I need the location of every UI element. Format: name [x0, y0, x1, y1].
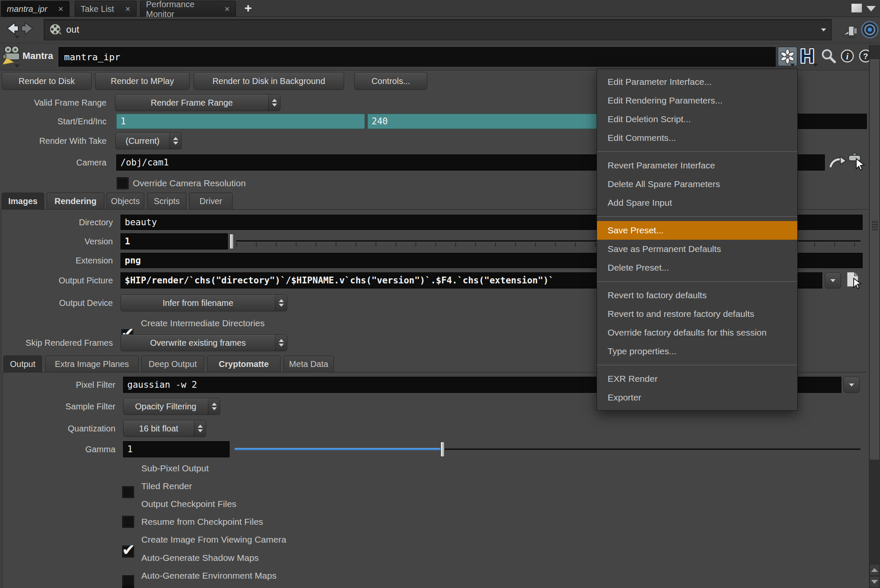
create-image-from-viewing-camera-label: Create Image From Viewing Camera — [141, 534, 286, 546]
menu-item-save-as-permanent-defaults[interactable]: Save as Permanent Defaults — [597, 240, 797, 258]
menu-item-exr-render[interactable]: EXR Render — [597, 370, 797, 388]
menu-separator — [597, 216, 797, 217]
tab-rendering[interactable]: Rendering — [47, 193, 104, 210]
gear-menu-caret-icon — [790, 64, 795, 67]
pixel-filter-menu-button[interactable] — [844, 377, 860, 393]
output-checkpoint-files-checkbox[interactable] — [122, 546, 134, 557]
scroll-up-button[interactable] — [869, 564, 880, 576]
info-icon[interactable]: i — [840, 49, 855, 63]
close-icon[interactable]: ✕ — [125, 5, 131, 13]
scroll-down-button[interactable] — [869, 576, 880, 588]
mantra-node-icon[interactable] — [3, 45, 21, 67]
tab-scripts[interactable]: Scripts — [147, 193, 186, 210]
pin-icon[interactable] — [841, 20, 860, 41]
tab-meta-data[interactable]: Meta Data — [283, 356, 334, 372]
file-chooser-icon[interactable] — [844, 271, 863, 289]
menu-separator — [597, 281, 797, 282]
node-header: Mantra mantra_ipr H i ? — [0, 43, 880, 70]
tab-objects[interactable]: Objects — [106, 193, 144, 210]
menu-item-exporter[interactable]: Exporter — [597, 388, 797, 407]
output-picture-label: Output Picture — [0, 272, 113, 288]
new-tab-button[interactable]: + — [244, 0, 252, 16]
menu-item-revert-parameter-interface[interactable]: Revert Parameter Interface — [597, 156, 797, 175]
spinner-arrows-icon[interactable] — [268, 95, 280, 111]
path-field[interactable]: out — [44, 19, 832, 40]
tab-deep-output[interactable]: Deep Output — [141, 356, 204, 372]
window-tab-label: Take List — [81, 4, 114, 14]
close-icon[interactable]: ✕ — [58, 5, 64, 13]
path-dropdown-arrow-icon[interactable] — [821, 28, 826, 31]
quantization-value: 16 bit float — [139, 424, 178, 434]
menu-item-edit-parameter-interface[interactable]: Edit Parameter Interface... — [597, 73, 797, 91]
tab-cryptomatte[interactable]: Cryptomatte — [207, 356, 280, 372]
partial-checkbox[interactable] — [122, 586, 134, 588]
close-icon[interactable]: ✕ — [224, 5, 230, 13]
resume-from-checkpoint-files-checkbox[interactable] — [122, 575, 134, 587]
gamma-field[interactable]: 1 — [123, 441, 230, 457]
back-arrow-icon[interactable] — [3, 20, 20, 36]
menu-item-edit-rendering-parameters[interactable]: Edit Rendering Parameters... — [597, 91, 797, 110]
spinner-arrows-icon[interactable] — [275, 295, 287, 311]
spinner-arrows-icon[interactable] — [169, 133, 181, 149]
menu-item-delete-preset[interactable]: Delete Preset... — [597, 258, 797, 277]
houdini-help-logo[interactable]: H — [800, 46, 814, 66]
sample-filter-dropdown[interactable]: Opacity Filtering — [123, 398, 220, 415]
search-icon[interactable] — [821, 48, 837, 64]
tab-output[interactable]: Output — [3, 356, 42, 372]
menu-separator — [597, 365, 797, 365]
gamma-slider-filled-track[interactable] — [235, 448, 440, 450]
spinner-arrows-icon[interactable] — [208, 398, 220, 414]
valid-frame-range-dropdown[interactable]: Render Frame Range — [115, 94, 280, 111]
window-tab-mantra-ipr[interactable]: mantra_ipr ✕ — [1, 1, 70, 17]
menu-item-edit-deletion-script[interactable]: Edit Deletion Script... — [597, 110, 797, 129]
quantization-dropdown[interactable]: 16 bit float — [123, 420, 206, 437]
forward-arrow-icon[interactable] — [20, 20, 36, 36]
history-arrow-icon[interactable] — [14, 36, 20, 39]
menu-item-revert-to-factory-defaults[interactable]: Revert to factory defaults — [597, 286, 797, 305]
jump-to-operator-icon[interactable] — [828, 154, 846, 171]
render-to-mplay-button[interactable]: Render to MPlay — [95, 72, 190, 90]
frame-start-field[interactable]: 1 — [116, 114, 365, 129]
output-picture-menu-button[interactable] — [825, 272, 841, 288]
tab-driver[interactable]: Driver — [189, 193, 233, 210]
output-device-dropdown[interactable]: Infer from filename — [121, 294, 287, 311]
maximize-pane-icon[interactable] — [851, 3, 862, 13]
gamma-slider-track[interactable] — [445, 448, 860, 450]
menu-item-type-properties[interactable]: Type properties... — [597, 342, 797, 361]
sub-pixel-output-checkbox[interactable] — [122, 486, 134, 498]
node-name-field[interactable]: mantra_ipr — [59, 47, 776, 67]
gear-context-menu: Edit Parameter Interface... Edit Renderi… — [597, 69, 798, 411]
render-to-disk-in-background-button[interactable]: Render to Disk in Background — [193, 72, 344, 90]
menu-item-revert-to-and-restore-factory-defaults[interactable]: Revert to and restore factory defaults — [597, 305, 797, 323]
svg-text:i: i — [846, 51, 849, 62]
menu-item-save-preset[interactable]: Save Preset... — [597, 221, 797, 240]
valid-frame-range-label: Valid Frame Range — [0, 94, 106, 111]
menu-item-delete-all-spare-parameters[interactable]: Delete All Spare Parameters — [597, 175, 797, 193]
render-to-disk-button[interactable]: Render to Disk — [2, 72, 92, 90]
render-with-take-dropdown[interactable]: (Current) — [115, 132, 182, 149]
spinner-arrows-icon[interactable] — [275, 335, 287, 351]
spinner-arrows-icon[interactable] — [194, 420, 206, 437]
skip-rendered-frames-dropdown[interactable]: Overwrite existing frames — [121, 334, 287, 351]
vertical-scrollbar[interactable] — [869, 45, 880, 588]
frame-end-field[interactable]: 240 — [367, 114, 616, 129]
version-slider-handle[interactable] — [230, 234, 234, 249]
gamma-slider-handle[interactable] — [440, 442, 445, 457]
scrollbar-thumb[interactable] — [869, 59, 880, 460]
output-device-value: Infer from filename — [163, 298, 233, 308]
menu-item-override-factory-defaults-for-this-session[interactable]: Override factory defaults for this sessi… — [597, 323, 797, 342]
pane-menu-arrow-icon[interactable] — [866, 6, 876, 11]
quantization-label: Quantization — [0, 420, 115, 437]
select-operator-icon[interactable] — [847, 152, 866, 171]
menu-item-edit-comments[interactable]: Edit Comments... — [597, 129, 797, 147]
window-tab-performance-monitor[interactable]: Performance Monitor ✕ — [140, 1, 236, 17]
override-camera-resolution-checkbox[interactable] — [117, 177, 129, 189]
controls-button[interactable]: Controls... — [354, 72, 427, 90]
version-field[interactable]: 1 — [121, 233, 228, 249]
follow-selection-icon[interactable] — [860, 19, 879, 40]
window-tab-take-list[interactable]: Take List ✕ — [75, 1, 137, 17]
tab-extra-image-planes[interactable]: Extra Image Planes — [45, 356, 139, 372]
tiled-render-checkbox[interactable] — [122, 516, 134, 528]
menu-item-add-spare-input[interactable]: Add Spare Input — [597, 193, 797, 212]
tab-images[interactable]: Images — [2, 193, 44, 210]
